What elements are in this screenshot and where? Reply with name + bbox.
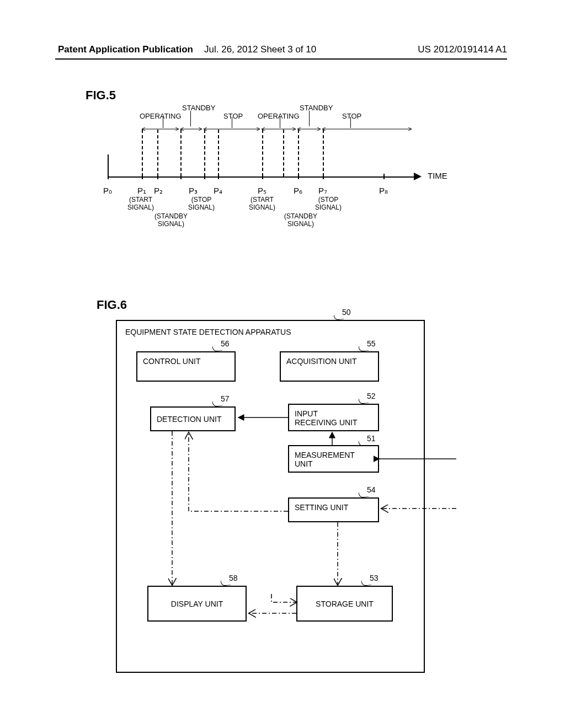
connector-line [309, 111, 310, 126]
point-p4: P₄ [214, 186, 222, 196]
header-divider [55, 58, 507, 60]
sublabel-start-2: (START SIGNAL) [249, 196, 275, 211]
sublabel-stop-2: (STOP SIGNAL) [315, 196, 342, 211]
point-p7: P₇ [318, 186, 327, 196]
tick-mark [383, 174, 385, 179]
dashed-line [283, 130, 284, 176]
tick-mark [218, 174, 219, 179]
time-axis-label: TIME [428, 171, 447, 180]
state-standby-1: STANDBY [182, 104, 215, 112]
point-p2: P₂ [154, 186, 163, 196]
figure-5-label: FIG.5 [86, 88, 116, 103]
sublabel-standby-1: (STANDBY SIGNAL) [154, 212, 188, 228]
figure-6-diagram: EQUIPMENT STATE DETECTION APPARATUS CONT… [116, 320, 458, 695]
point-p1: P₁ [137, 186, 146, 196]
timeline-arrow-icon [414, 173, 424, 183]
state-stop-1: STOP [223, 112, 243, 120]
point-p6: P₆ [294, 186, 302, 196]
page-header: Patent Application Publication Jul. 26, … [0, 44, 565, 55]
state-operating-1: OPERATING [140, 112, 182, 120]
header-left: Patent Application Publication [58, 44, 193, 55]
dashed-line [218, 130, 219, 176]
tick-mark [142, 174, 143, 179]
outer-box: EQUIPMENT STATE DETECTION APPARATUS CONT… [116, 320, 425, 673]
dashed-line [157, 130, 158, 176]
sublabel-start-1: (START SIGNAL) [127, 196, 154, 211]
dashed-line [298, 130, 299, 176]
dashed-line [204, 130, 205, 176]
figure-5-timeline: TIME OPERATING STANDBY STOP OPERATING ST… [108, 108, 483, 273]
point-p0: P₀ [103, 186, 112, 196]
tick-mark [323, 174, 324, 179]
svg-marker-0 [414, 173, 422, 180]
tick-mark [204, 174, 205, 179]
dashed-line [180, 130, 182, 176]
header-center: Jul. 26, 2012 Sheet 3 of 10 [204, 44, 316, 55]
tick-mark [157, 174, 158, 179]
sublabel-standby-2: (STANDBY SIGNAL) [284, 212, 317, 228]
connection-lines [117, 321, 459, 674]
dashed-line [142, 130, 143, 176]
connector-line [190, 111, 191, 126]
tick-mark [108, 174, 109, 179]
state-arrows [141, 126, 417, 132]
state-standby-2: STANDBY [300, 104, 333, 112]
state-operating-2: OPERATING [258, 112, 300, 120]
dashed-line [262, 130, 263, 176]
header-right: US 2012/0191414 A1 [418, 44, 507, 55]
figure-6-label: FIG.6 [97, 298, 127, 312]
point-p5: P₅ [258, 186, 266, 196]
tick-mark [298, 174, 299, 179]
dashed-line [323, 130, 324, 176]
point-p8: P₈ [379, 186, 388, 196]
point-p3: P₃ [189, 186, 198, 196]
state-stop-2: STOP [342, 112, 361, 120]
tick-mark [180, 174, 182, 179]
tick-mark [262, 174, 263, 179]
sublabel-stop-1: (STOP SIGNAL) [188, 196, 215, 211]
